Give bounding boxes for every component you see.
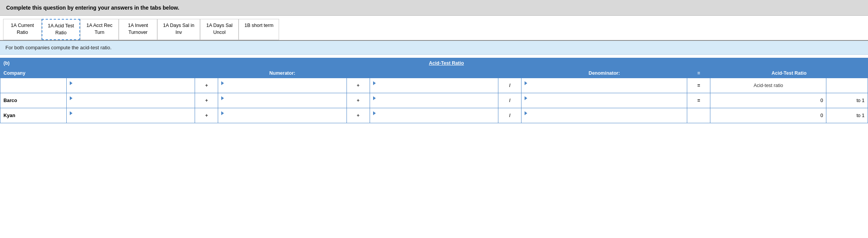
input-cell-barco-denom[interactable] — [521, 93, 687, 108]
plus-kyan-b: + — [347, 108, 370, 123]
to1-r1 — [826, 78, 868, 93]
input-kyan-denom[interactable] — [525, 116, 684, 121]
input-cell-kyan-c3[interactable] — [370, 108, 498, 123]
input-cell-kyan-denom[interactable] — [521, 108, 687, 123]
table-row-barco: Barco + + / = 0 to 1 — [0, 93, 868, 108]
input-r1c3[interactable] — [373, 85, 495, 91]
input-cell-r1c3[interactable] — [370, 78, 498, 93]
eq-r1: = — [687, 78, 710, 93]
plus-barco-b: + — [347, 93, 370, 108]
arrow-icon-kyan-c2 — [221, 111, 224, 115]
slash-barco: / — [498, 93, 521, 108]
title-b-label: (b) — [0, 58, 67, 69]
arrow-icon-r1-denom — [525, 81, 527, 85]
input-cell-r1-denom[interactable] — [521, 78, 687, 93]
company-empty — [0, 78, 67, 93]
tabs-container: 1A CurrentRatio 1A Acid TestRatio 1A Acc… — [0, 16, 868, 41]
input-barco-c3[interactable] — [373, 101, 495, 106]
input-r1c2[interactable] — [221, 85, 343, 91]
to1-barco: to 1 — [826, 93, 868, 108]
input-kyan-c3[interactable] — [373, 116, 495, 121]
acid-test-table: (b) Acid-Test Ratio Company Numerator: D… — [0, 58, 868, 123]
arrow-icon-r1c3 — [373, 81, 376, 85]
eq-header: = — [687, 69, 710, 78]
input-cell-barco-c1[interactable] — [66, 93, 195, 108]
tab-acct-rec-turn[interactable]: 1A Acct RecTurn — [80, 19, 119, 40]
slash-r1: / — [498, 78, 521, 93]
result-label-r1: Acid-test ratio — [710, 78, 826, 93]
plus-r1b: + — [347, 78, 370, 93]
slash-header — [498, 69, 521, 78]
arrow-icon-kyan-c1 — [70, 111, 72, 115]
input-barco-c2[interactable] — [221, 101, 343, 106]
tab-days-sal-inv[interactable]: 1A Days Sal inInv — [157, 19, 200, 40]
eq-barco: = — [687, 93, 710, 108]
input-cell-barco-c3[interactable] — [370, 93, 498, 108]
input-r1-denom[interactable] — [525, 85, 684, 91]
plus-kyan: + — [195, 108, 218, 123]
table-row-header-data: + + / = Acid-test ratio — [0, 78, 868, 93]
col-company-header: Company — [0, 69, 67, 78]
arrow-icon-kyan-c3 — [373, 111, 376, 115]
input-r1c1[interactable] — [70, 85, 192, 91]
input-kyan-c2[interactable] — [221, 116, 343, 121]
plus-barco: + — [195, 93, 218, 108]
arrow-icon-kyan-denom — [525, 111, 527, 115]
arrow-icon-barco-denom — [525, 96, 527, 100]
col-numerator-header: Numerator: — [66, 69, 498, 78]
instruction-bar: For both companies compute the acid-test… — [0, 41, 868, 55]
tab-short-term[interactable]: 1B short term — [239, 19, 279, 40]
arrow-icon-r1c1 — [70, 81, 72, 85]
input-cell-r1c1[interactable] — [66, 78, 195, 93]
company-kyan: Kyan — [0, 108, 67, 123]
to1-kyan: to 1 — [826, 108, 868, 123]
plus-r1: + — [195, 78, 218, 93]
table-row-kyan: Kyan + + / 0 to 1 — [0, 108, 868, 123]
tab-current-ratio[interactable]: 1A CurrentRatio — [3, 19, 42, 40]
result-kyan: 0 — [710, 108, 826, 123]
tab-days-sal-uncol[interactable]: 1A Days SalUncol — [200, 19, 239, 40]
arrow-icon-barco-c2 — [221, 96, 224, 100]
input-cell-barco-c2[interactable] — [218, 93, 347, 108]
slash-kyan: / — [498, 108, 521, 123]
eq-kyan — [687, 108, 710, 123]
col-ratio-header: Acid-Test Ratio — [710, 69, 868, 78]
arrow-icon-barco-c3 — [373, 96, 376, 100]
title-spacer — [826, 58, 868, 69]
input-kyan-c1[interactable] — [70, 116, 192, 121]
input-cell-kyan-c1[interactable] — [66, 108, 195, 123]
title-main: Acid-Test Ratio — [66, 58, 826, 69]
tab-acid-test-ratio[interactable]: 1A Acid TestRatio — [42, 19, 80, 40]
input-barco-c1[interactable] — [70, 101, 192, 106]
instruction-header: Complete this question by entering your … — [0, 0, 868, 16]
result-barco: 0 — [710, 93, 826, 108]
tab-invent-turnover[interactable]: 1A InventTurnover — [119, 19, 157, 40]
input-barco-denom[interactable] — [525, 101, 684, 106]
input-cell-r1c2[interactable] — [218, 78, 347, 93]
input-cell-kyan-c2[interactable] — [218, 108, 347, 123]
header-row: Company Numerator: Denominator: = Acid-T… — [0, 69, 868, 78]
company-barco: Barco — [0, 93, 67, 108]
col-denominator-header: Denominator: — [521, 69, 687, 78]
arrow-icon-barco-c1 — [70, 96, 72, 100]
title-row: (b) Acid-Test Ratio — [0, 58, 868, 69]
arrow-icon-r1c2 — [221, 81, 224, 85]
